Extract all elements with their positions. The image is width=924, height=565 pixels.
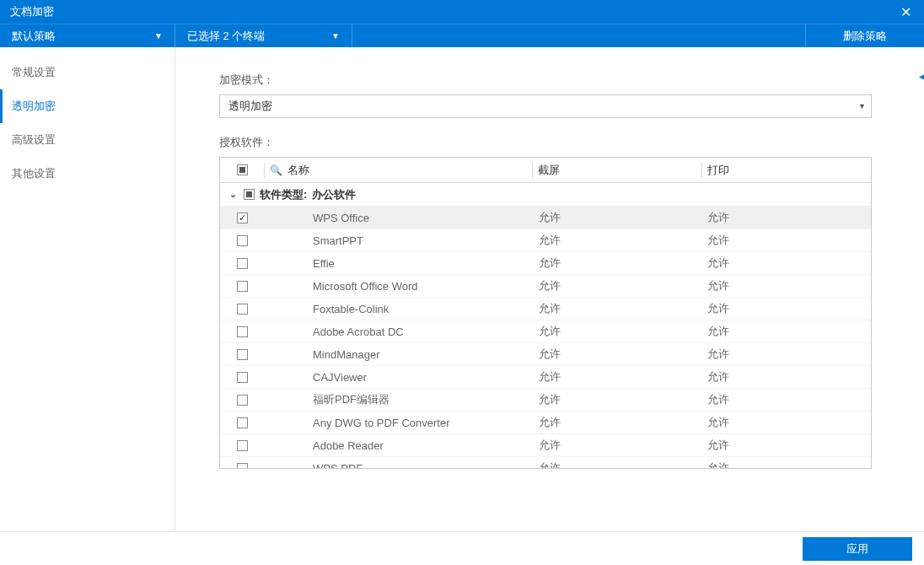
row-print: 允许 xyxy=(702,460,871,469)
row-checkbox[interactable] xyxy=(237,372,248,383)
row-checkbox[interactable] xyxy=(237,304,248,315)
table-row[interactable]: CAJViewer允许允许 xyxy=(220,366,871,389)
row-name: Foxtable-Colink xyxy=(264,303,534,315)
chevron-down-icon[interactable]: ⌄ xyxy=(227,189,239,200)
mode-label: 加密模式： xyxy=(219,73,894,88)
row-print: 允许 xyxy=(702,369,871,385)
group-checkbox[interactable] xyxy=(244,189,255,200)
row-checkbox[interactable] xyxy=(237,417,248,428)
footer: 应用 xyxy=(0,531,924,565)
sidebar-item-0[interactable]: 常规设置 xyxy=(0,56,175,89)
row-print: 允许 xyxy=(702,278,871,293)
triangle-down-icon: ▼ xyxy=(858,102,866,110)
table-row[interactable]: Any DWG to PDF Converter允许允许 xyxy=(220,412,871,434)
side-handle-icon[interactable] xyxy=(919,72,924,82)
row-name: MindManager xyxy=(264,348,534,361)
header-name-label: 名称 xyxy=(287,163,309,178)
row-checkbox[interactable] xyxy=(237,258,248,269)
row-name: SmartPPT xyxy=(264,234,534,247)
body: 常规设置透明加密高级设置其他设置 加密模式： 透明加密 ▼ 授权软件： 🔍 名称… xyxy=(0,47,924,531)
row-screen: 允许 xyxy=(534,210,702,225)
toolbar: 默认策略 ▼ 已选择 2 个终端 ▼ 删除策略 xyxy=(0,24,924,47)
row-name: Any DWG to PDF Converter xyxy=(264,417,534,429)
table-row[interactable]: MindManager允许允许 xyxy=(220,343,871,366)
table-row[interactable]: 福昕PDF编辑器允许允许 xyxy=(220,389,871,412)
row-checkbox[interactable] xyxy=(237,463,248,470)
caret-down-icon: ▼ xyxy=(154,31,163,40)
row-screen: 允许 xyxy=(534,392,702,407)
delete-policy-button[interactable]: 删除策略 xyxy=(806,24,924,47)
row-name: WPS PDF xyxy=(264,462,534,470)
row-print: 允许 xyxy=(702,233,871,248)
table-row[interactable]: WPS Office允许允许 xyxy=(220,207,871,229)
caret-down-icon: ▼ xyxy=(331,31,340,40)
group-name: 办公软件 xyxy=(312,187,356,202)
row-print: 允许 xyxy=(702,415,871,430)
table-row[interactable]: Effie允许允许 xyxy=(220,252,871,275)
software-label: 授权软件： xyxy=(219,135,894,150)
group-prefix: 软件类型: xyxy=(260,187,307,202)
table-row[interactable]: SmartPPT允许允许 xyxy=(220,229,871,252)
row-print: 允许 xyxy=(702,347,871,362)
search-icon: 🔍 xyxy=(270,164,282,176)
row-print: 允许 xyxy=(702,392,871,407)
table-row[interactable]: WPS PDF允许允许 xyxy=(220,457,871,469)
title-bar: 文档加密 ✕ xyxy=(0,0,924,24)
row-screen: 允许 xyxy=(534,256,702,271)
row-screen: 允许 xyxy=(534,415,702,430)
sidebar-item-2[interactable]: 高级设置 xyxy=(0,123,175,157)
row-name: 福昕PDF编辑器 xyxy=(264,392,534,407)
sidebar-item-1[interactable]: 透明加密 xyxy=(0,89,175,123)
table-header: 🔍 名称 截屏 打印 xyxy=(220,158,871,183)
row-print: 允许 xyxy=(702,256,871,271)
row-checkbox[interactable] xyxy=(237,213,248,223)
table-row[interactable]: Adobe Reader允许允许 xyxy=(220,434,871,457)
row-screen: 允许 xyxy=(534,347,702,362)
row-screen: 允许 xyxy=(534,460,702,469)
mode-value: 透明加密 xyxy=(228,99,272,114)
row-print: 允许 xyxy=(702,438,871,453)
terminal-dropdown[interactable]: 已选择 2 个终端 ▼ xyxy=(175,24,352,47)
header-checkbox-cell xyxy=(220,164,264,175)
software-table: 🔍 名称 截屏 打印 ⌄ 软件类型: 办公软件 WPS Office允许允许Sm… xyxy=(219,157,872,469)
row-print: 允许 xyxy=(702,210,871,225)
row-name: Microsoft Office Word xyxy=(264,280,534,293)
row-screen: 允许 xyxy=(534,278,702,293)
sidebar-item-3[interactable]: 其他设置 xyxy=(0,157,175,191)
row-screen: 允许 xyxy=(534,438,702,453)
select-all-checkbox[interactable] xyxy=(237,164,248,175)
main-panel: 加密模式： 透明加密 ▼ 授权软件： 🔍 名称 截屏 xyxy=(175,47,924,531)
row-checkbox[interactable] xyxy=(237,440,248,451)
row-checkbox[interactable] xyxy=(237,349,248,360)
row-checkbox[interactable] xyxy=(237,235,248,246)
row-screen: 允许 xyxy=(534,301,702,316)
row-checkbox[interactable] xyxy=(237,395,248,406)
header-name-cell[interactable]: 🔍 名称 xyxy=(265,163,532,178)
row-name: Effie xyxy=(264,257,534,270)
table-row[interactable]: Foxtable-Colink允许允许 xyxy=(220,298,871,320)
row-checkbox[interactable] xyxy=(237,281,248,292)
row-screen: 允许 xyxy=(534,369,702,385)
row-print: 允许 xyxy=(702,301,871,316)
row-screen: 允许 xyxy=(534,233,702,248)
group-row[interactable]: ⌄ 软件类型: 办公软件 xyxy=(220,183,871,207)
row-name: WPS Office xyxy=(264,212,534,224)
apply-button[interactable]: 应用 xyxy=(803,537,912,561)
header-screen-cell[interactable]: 截屏 xyxy=(533,163,701,178)
mode-select[interactable]: 透明加密 ▼ xyxy=(219,94,872,118)
row-checkbox[interactable] xyxy=(237,326,248,337)
policy-dropdown-label: 默认策略 xyxy=(12,29,56,44)
row-name: CAJViewer xyxy=(264,371,534,384)
row-screen: 允许 xyxy=(534,324,702,339)
header-print-cell[interactable]: 打印 xyxy=(702,163,871,178)
policy-dropdown[interactable]: 默认策略 ▼ xyxy=(0,24,175,47)
row-name: Adobe Reader xyxy=(264,439,534,452)
toolbar-spacer xyxy=(352,24,806,47)
table-row[interactable]: Microsoft Office Word允许允许 xyxy=(220,275,871,298)
table-row[interactable]: Adobe Acrobat DC允许允许 xyxy=(220,320,871,343)
row-print: 允许 xyxy=(702,324,871,339)
window-title: 文档加密 xyxy=(10,4,54,19)
close-icon[interactable]: ✕ xyxy=(894,0,917,24)
row-name: Adobe Acrobat DC xyxy=(264,326,534,338)
sidebar: 常规设置透明加密高级设置其他设置 xyxy=(0,47,175,531)
